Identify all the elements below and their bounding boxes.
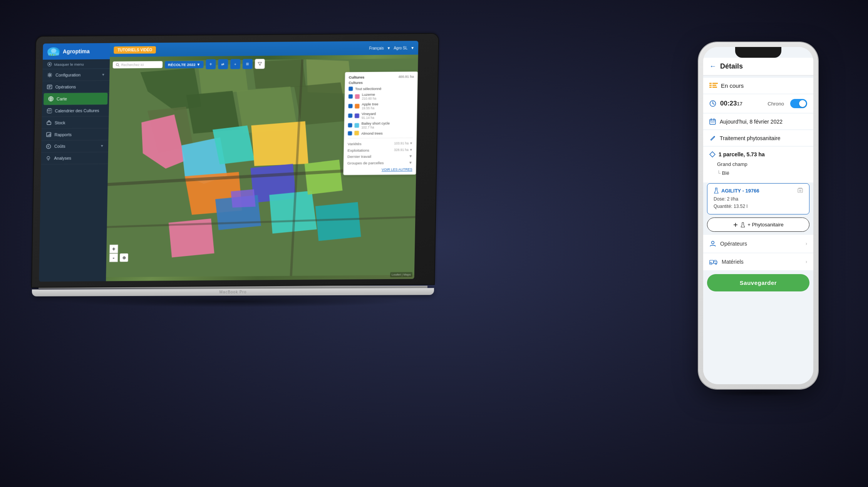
- tout-checkbox[interactable]: [349, 87, 353, 91]
- sidebar-item-rapports[interactable]: Rapports: [41, 128, 109, 141]
- chrono-toggle[interactable]: [790, 99, 807, 108]
- laptop-brand-label: MacBook Pro: [32, 288, 434, 295]
- svg-point-87: [715, 263, 717, 264]
- sidebar-item-carte-label: Carte: [57, 96, 67, 101]
- zoom-in-btn[interactable]: +: [109, 244, 118, 253]
- sidebar-item-operations[interactable]: Opérations: [42, 81, 110, 93]
- operations-icon: [47, 84, 52, 90]
- filter-apple-tree[interactable]: Apple tree 19.55 ha: [348, 101, 414, 111]
- filter-bailey[interactable]: Bailey short cycle 102.7 ha: [348, 120, 413, 130]
- svg-point-54: [116, 64, 119, 66]
- operators-row[interactable]: Opérateurs ›: [703, 235, 813, 253]
- product-card-header: AGILITY - 19766: [714, 187, 803, 194]
- materials-label: Matériels: [722, 259, 802, 265]
- locate-btn[interactable]: ⊕: [120, 253, 128, 262]
- luzerne-checkbox[interactable]: [349, 94, 353, 99]
- clock-icon: [709, 100, 716, 107]
- sidebar-item-couts[interactable]: € Coûts ▼: [41, 140, 109, 152]
- exploitations-section[interactable]: Exploitations 328.91 ha ▼: [347, 146, 412, 153]
- phone-screen: ← Détails En cours: [703, 47, 813, 384]
- dernier-travail-section[interactable]: Dernier travail ▼: [347, 153, 412, 160]
- logo-cloud-icon: [47, 47, 60, 56]
- map-add-btn[interactable]: +: [206, 59, 216, 69]
- phone-body: ← Détails En cours: [699, 42, 818, 389]
- svg-point-29: [48, 158, 49, 159]
- map-container[interactable]: Recherchez ici RÉCOLTE 2022 ▼ + ⇄ + ⊞: [106, 55, 418, 281]
- bailey-color: [354, 123, 359, 127]
- sidebar-item-stock[interactable]: Stock: [42, 116, 109, 129]
- view-all-link[interactable]: VOIR LES AUTRES: [347, 167, 412, 172]
- parcel-crop: Blé: [717, 169, 807, 177]
- search-placeholder: Recherchez ici: [121, 63, 144, 67]
- svg-rect-61: [712, 87, 717, 88]
- filter-button[interactable]: [255, 59, 265, 69]
- filter-tout-selectionne[interactable]: Tout sélectionné: [349, 85, 414, 92]
- svg-point-69: [711, 122, 712, 123]
- save-button[interactable]: Sauvegarder: [707, 274, 809, 291]
- map-attribution: Leaflet | Maps: [390, 272, 412, 277]
- bailey-checkbox[interactable]: [348, 123, 352, 127]
- apple-checkbox[interactable]: [348, 104, 352, 108]
- harvest-select[interactable]: RÉCOLTE 2022 ▼: [165, 60, 204, 68]
- sidebar-item-calendrier[interactable]: Calendrier des Cultures: [42, 105, 109, 117]
- sidebar-logo: Agroptima: [43, 43, 110, 60]
- product-delete-btn[interactable]: [798, 187, 803, 194]
- configuration-caret: ▼: [102, 73, 105, 77]
- phone-device: ← Détails En cours: [699, 42, 818, 389]
- map-plus2-btn[interactable]: +: [230, 59, 240, 69]
- add-phyto-button[interactable]: + Phytosanitaire: [707, 218, 809, 232]
- sidebar-item-couts-label: Coûts: [54, 144, 65, 149]
- svg-point-86: [710, 263, 712, 265]
- filter-almond[interactable]: Almond trees: [348, 130, 413, 136]
- logo-text: Agroptima: [63, 48, 90, 54]
- svg-rect-57: [709, 85, 712, 86]
- bottom-spacer: [703, 295, 813, 303]
- operators-caret: ›: [806, 241, 807, 246]
- map-arrows-btn[interactable]: ⇄: [218, 59, 228, 69]
- back-button[interactable]: ←: [709, 62, 716, 70]
- sidebar-item-operations-label: Opérations: [55, 84, 76, 89]
- varietes-section[interactable]: Variétés 103.91 ha ▼: [348, 140, 413, 147]
- flask-small-icon: [741, 222, 745, 228]
- sidebar-item-carte[interactable]: Carte: [44, 93, 108, 105]
- couts-icon: €: [46, 144, 51, 149]
- date-row: Aujourd'hui, 8 février 2022: [703, 114, 813, 129]
- sidebar-toggle[interactable]: Masquer le menu: [43, 59, 110, 69]
- vineyard-checkbox[interactable]: [348, 114, 352, 118]
- filter-panel: Cultures 400.91 ha Cultures Tout sélecti…: [343, 72, 418, 175]
- top-bar: TUTORIELS VIDÉO Français ▼ Agro SL ▼: [110, 41, 418, 57]
- sidebar: Agroptima Masquer le menu: [39, 43, 110, 282]
- rapports-icon: [46, 132, 51, 137]
- groupes-section[interactable]: Groupes de parcelles ▼: [347, 159, 412, 166]
- filter-luzerne[interactable]: Luzerne 210.60 ha: [349, 91, 414, 101]
- search-box[interactable]: Recherchez ici: [113, 61, 163, 69]
- svg-line-64: [713, 104, 714, 104]
- user-selector[interactable]: Agro SL: [394, 46, 407, 50]
- operation-row: Traitement phytosanitaire: [703, 130, 813, 146]
- map-grid-btn[interactable]: ⊞: [242, 59, 252, 69]
- almond-checkbox[interactable]: [348, 131, 352, 135]
- svg-marker-47: [304, 160, 343, 195]
- zoom-out-btn[interactable]: -: [109, 253, 118, 262]
- svg-rect-56: [709, 83, 712, 84]
- date-text: Aujourd'hui, 8 février 2022: [720, 119, 807, 125]
- svg-marker-49: [315, 202, 362, 241]
- phone-shadow: [708, 389, 808, 397]
- phone-notch: [735, 47, 781, 58]
- filter-vineyard[interactable]: Vineyard 91.14 ha: [348, 110, 414, 120]
- sidebar-item-configuration[interactable]: Configuration ▼: [42, 69, 110, 81]
- parcel-title: 1 parcelle, 5.73 ha: [709, 151, 807, 157]
- flask-icon: [714, 187, 719, 194]
- svg-marker-72: [710, 152, 715, 157]
- tutorials-button[interactable]: TUTORIELS VIDÉO: [114, 46, 156, 54]
- svg-marker-42: [250, 121, 309, 166]
- laptop-shadow: [60, 296, 406, 307]
- svg-marker-50: [231, 189, 256, 208]
- en-cours-icon: [709, 83, 718, 89]
- sidebar-item-analyses[interactable]: Analyses: [41, 152, 108, 164]
- phone-content[interactable]: ← Détails En cours: [703, 47, 813, 384]
- product-card: AGILITY - 19766: [707, 183, 809, 214]
- materials-row[interactable]: Matériels ›: [703, 253, 813, 270]
- parcel-section: 1 parcelle, 5.73 ha Grand champ Blé: [703, 147, 813, 182]
- language-selector[interactable]: Français: [369, 46, 384, 50]
